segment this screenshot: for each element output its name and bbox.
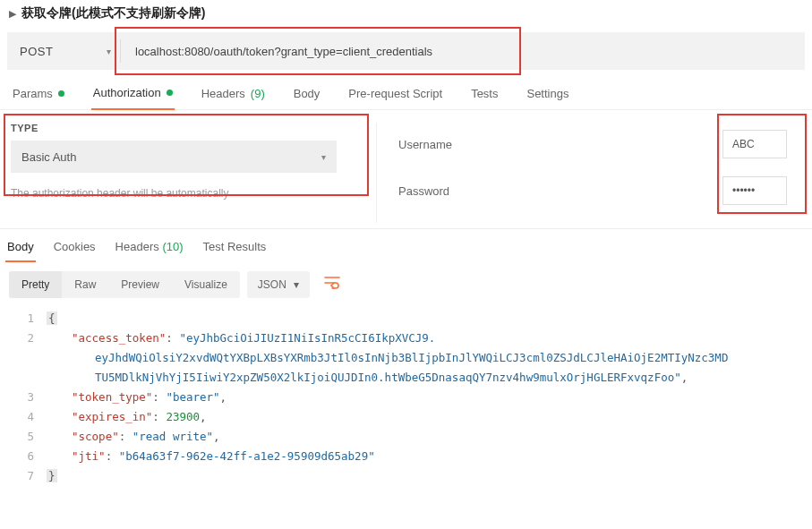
json-number: 23900 bbox=[166, 410, 200, 423]
json-key: "access_token" bbox=[72, 331, 166, 345]
password-value: •••••• bbox=[732, 184, 755, 197]
tab-count: (9) bbox=[251, 87, 265, 100]
tab-label: Body bbox=[294, 87, 321, 100]
chevron-down-icon: ▾ bbox=[294, 278, 299, 291]
password-row: Password •••••• bbox=[398, 176, 787, 205]
tab-label: Headers bbox=[115, 240, 159, 253]
view-pretty-button[interactable]: Pretty bbox=[9, 271, 62, 298]
expand-icon[interactable]: ▶ bbox=[9, 8, 16, 20]
request-title: 获取令牌(此模式不支持刷新令牌) bbox=[21, 5, 205, 21]
url-bar: POST ▾ localhost:8080/oauth/token?grant_… bbox=[7, 32, 805, 70]
tab-label: Tests bbox=[471, 87, 498, 100]
status-dot-icon bbox=[58, 90, 64, 97]
tab-settings[interactable]: Settings bbox=[525, 80, 570, 109]
url-input[interactable]: localhost:8080/oauth/token?grant_type=cl… bbox=[121, 32, 805, 70]
chevron-down-icon: ▾ bbox=[107, 47, 112, 56]
tab-tests[interactable]: Tests bbox=[469, 80, 500, 109]
password-input[interactable]: •••••• bbox=[722, 176, 787, 205]
auth-type-value: Basic Auth bbox=[21, 150, 76, 164]
request-tabs: Params Authorization Headers (9) Body Pr… bbox=[0, 79, 812, 110]
resp-tab-cookies[interactable]: Cookies bbox=[52, 235, 98, 262]
tab-label: Settings bbox=[526, 87, 568, 100]
json-key: "expires_in" bbox=[72, 410, 152, 423]
response-tabs: Body Cookies Headers (10) Test Results bbox=[0, 228, 812, 262]
json-key: "token_type" bbox=[72, 390, 152, 404]
tab-label: Pre-request Script bbox=[348, 87, 442, 100]
line-number: 2 bbox=[0, 328, 34, 348]
resp-tab-test-results[interactable]: Test Results bbox=[201, 235, 269, 262]
line-number: 4 bbox=[0, 407, 34, 427]
format-value: JSON bbox=[258, 278, 286, 291]
line-gutter: 1 2 3 4 5 6 7 bbox=[0, 309, 47, 486]
wrap-lines-icon[interactable] bbox=[317, 272, 347, 297]
line-number: 1 bbox=[0, 309, 34, 328]
http-method-select[interactable]: POST ▾ bbox=[7, 32, 120, 70]
auth-type-section: TYPE Basic Auth ▾ The authorization head… bbox=[11, 123, 376, 223]
json-string: TU5MDlkNjVhYjI5IiwiY2xpZW50X2lkIjoiQUJDI… bbox=[95, 371, 681, 384]
username-input[interactable]: ABC bbox=[722, 130, 787, 158]
password-label: Password bbox=[398, 184, 449, 198]
view-visualize-button[interactable]: Visualize bbox=[172, 271, 240, 298]
json-string: eyJhdWQiOlsiY2xvdWQtYXBpLXBsYXRmb3JtIl0s… bbox=[95, 351, 728, 364]
resp-tab-headers[interactable]: Headers (10) bbox=[114, 235, 185, 262]
tab-params[interactable]: Params bbox=[11, 80, 66, 109]
type-label: TYPE bbox=[11, 123, 376, 133]
line-number: 6 bbox=[0, 447, 34, 466]
chevron-down-icon: ▾ bbox=[321, 152, 326, 162]
tab-label: Params bbox=[13, 87, 53, 100]
json-string: "eyJhbGciOiJIUzI1NiIsInR5cCI6IkpXVCJ9. bbox=[179, 331, 435, 345]
username-row: Username ABC bbox=[398, 130, 787, 158]
tab-headers[interactable]: Headers (9) bbox=[200, 80, 267, 109]
auth-type-select[interactable]: Basic Auth ▾ bbox=[11, 141, 337, 173]
url-text: localhost:8080/oauth/token?grant_type=cl… bbox=[135, 45, 432, 58]
request-title-bar: ▶ 获取令牌(此模式不支持刷新令牌) bbox=[0, 0, 812, 27]
tab-authorization[interactable]: Authorization bbox=[91, 79, 175, 110]
tab-label: Authorization bbox=[93, 86, 161, 99]
resp-tab-body[interactable]: Body bbox=[5, 235, 36, 262]
tab-prerequest[interactable]: Pre-request Script bbox=[346, 80, 444, 109]
json-key: "scope" bbox=[72, 430, 119, 443]
line-number: 7 bbox=[0, 466, 34, 486]
response-view-bar: Pretty Raw Preview Visualize JSON ▾ bbox=[0, 262, 812, 307]
username-value: ABC bbox=[732, 138, 755, 150]
response-body[interactable]: 1 2 3 4 5 6 7 { "access_token": "eyJhbGc… bbox=[0, 307, 812, 493]
username-label: Username bbox=[398, 138, 452, 151]
json-string: "bearer" bbox=[166, 390, 219, 404]
authorization-panel: TYPE Basic Auth ▾ The authorization head… bbox=[0, 110, 812, 228]
divider bbox=[376, 123, 377, 223]
tab-label: Headers bbox=[201, 87, 245, 100]
json-key: "jti" bbox=[72, 449, 106, 463]
status-dot-icon bbox=[167, 90, 173, 96]
auth-credentials: Username ABC Password •••••• bbox=[398, 123, 801, 223]
format-select[interactable]: JSON ▾ bbox=[247, 271, 310, 298]
view-preview-button[interactable]: Preview bbox=[108, 271, 172, 298]
http-method-value: POST bbox=[20, 45, 53, 58]
view-raw-button[interactable]: Raw bbox=[62, 271, 108, 298]
auth-description: The authorization header will be automat… bbox=[11, 187, 376, 200]
code-content: { "access_token": "eyJhbGciOiJIUzI1NiIsI… bbox=[47, 309, 812, 486]
tab-body[interactable]: Body bbox=[292, 80, 322, 109]
json-string: "read write" bbox=[132, 430, 213, 443]
line-number: 3 bbox=[0, 388, 34, 407]
view-mode-group: Pretty Raw Preview Visualize bbox=[9, 271, 240, 298]
tab-count: (10) bbox=[162, 240, 183, 253]
line-number: 5 bbox=[0, 427, 34, 447]
json-string: "b64a63f7-962e-42ff-a1e2-95909d65ab29" bbox=[119, 449, 375, 463]
